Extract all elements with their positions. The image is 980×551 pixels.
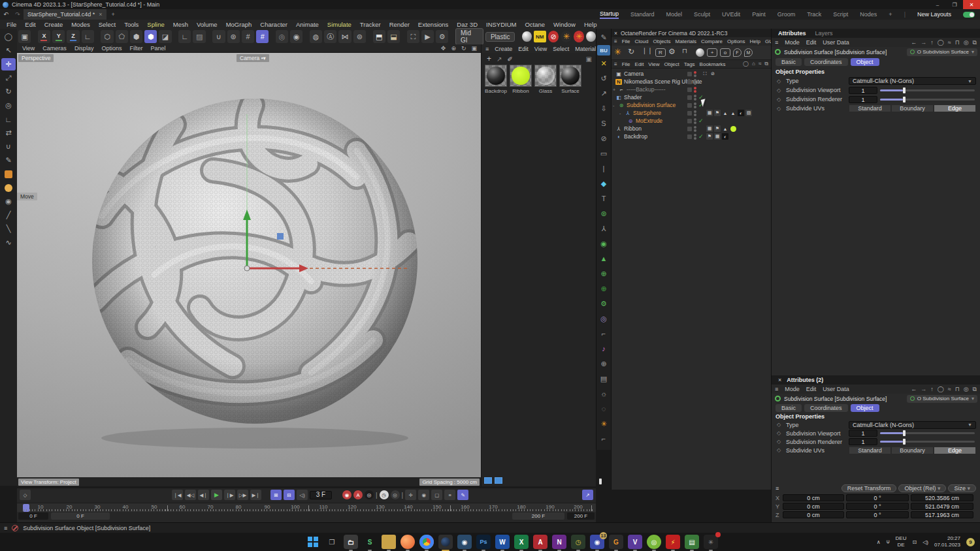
- y-position-field[interactable]: 0 cm: [783, 503, 844, 510]
- symmetry-icon[interactable]: ⋈: [338, 30, 351, 43]
- menu-file[interactable]: File: [7, 21, 16, 28]
- attr-lock-icon[interactable]: ⊓: [955, 386, 960, 393]
- expand-minus-icon[interactable]: -: [619, 111, 625, 116]
- viewport-dot[interactable]: [694, 110, 696, 113]
- om-filter-icon[interactable]: ≈: [759, 61, 761, 67]
- drag-material-icon[interactable]: ↗: [497, 55, 502, 63]
- text-tool-icon[interactable]: T: [597, 191, 610, 206]
- tray-chevron-icon[interactable]: ∧: [877, 539, 881, 545]
- enabled-check-icon[interactable]: ✓: [698, 118, 704, 124]
- om-search-icon[interactable]: ◯: [743, 61, 749, 67]
- material-surface-thumb[interactable]: [559, 65, 581, 87]
- layout-tab-groom[interactable]: Groom: [777, 11, 796, 18]
- object-row-starsphere[interactable]: - ⅄ StarSphere ▦⚑▲▲◐▨: [612, 109, 771, 117]
- ring-b-icon[interactable]: ◉: [290, 30, 302, 43]
- make-editable-icon[interactable]: ⬒: [373, 30, 385, 43]
- viewport-canvas[interactable]: Perspective Camera ▪▾ Move: [17, 53, 481, 477]
- menu-mesh[interactable]: Mesh: [173, 21, 188, 28]
- zoom-tool-icon[interactable]: ◯: [1, 31, 16, 43]
- scale-tool-icon[interactable]: ⤢: [1, 72, 16, 84]
- app-s-icon[interactable]: S: [363, 535, 377, 549]
- coords-hamburger-icon[interactable]: ≡: [776, 485, 779, 492]
- material-tag-icon[interactable]: ◐: [722, 133, 728, 140]
- reset-transform-button[interactable]: Reset Transform: [841, 484, 897, 492]
- menu-window[interactable]: Window: [553, 21, 576, 28]
- vp-menu-display[interactable]: Display: [74, 45, 94, 52]
- editor-toggle[interactable]: [687, 119, 692, 123]
- minimize-button[interactable]: –: [929, 0, 946, 9]
- render-settings-icon[interactable]: ⚙: [436, 30, 448, 43]
- redo-icon[interactable]: ↷: [12, 10, 24, 19]
- anim-dot-icon[interactable]: ◇: [777, 430, 783, 436]
- mat-menu-material[interactable]: Material: [575, 46, 596, 52]
- x-position-field[interactable]: 0 cm: [783, 494, 844, 501]
- mat-menu-edit[interactable]: Edit: [518, 46, 529, 52]
- layout-tab-paint[interactable]: Paint: [752, 11, 766, 18]
- axis-y-button[interactable]: Y: [52, 30, 65, 43]
- live-selection-icon[interactable]: ↖: [1, 44, 16, 57]
- material-glass[interactable]: Glass: [534, 65, 557, 94]
- transform-tool-icon[interactable]: ⇄: [1, 127, 16, 139]
- subdivision-renderer-slider[interactable]: [880, 441, 975, 443]
- brush-tool-icon[interactable]: ╱: [1, 209, 16, 221]
- render-dot[interactable]: [694, 74, 696, 77]
- viewport-dot[interactable]: [694, 102, 696, 105]
- layout-tab-startup[interactable]: Startup: [600, 10, 619, 19]
- y-size-field[interactable]: 521.0479 cm: [911, 503, 973, 510]
- attr-menu-userdata[interactable]: User Data: [823, 386, 849, 392]
- spline-pen-icon[interactable]: ∿: [1, 236, 16, 249]
- material-tag-icon[interactable]: ◐: [738, 110, 744, 116]
- vp-menu-cameras[interactable]: Cameras: [42, 45, 67, 52]
- snap-magnet-icon[interactable]: ∪: [212, 30, 225, 43]
- subdivision-viewport-slider[interactable]: [880, 432, 975, 434]
- object-row-moextrude[interactable]: ⊜ MoExtrude ✓: [612, 117, 771, 125]
- octane-menu-help[interactable]: Help: [750, 39, 760, 44]
- viewport-dot[interactable]: [694, 71, 696, 74]
- goto-start-button[interactable]: ❘◀: [172, 490, 183, 500]
- subtab-basic[interactable]: Basic: [776, 58, 802, 66]
- close-button[interactable]: ✕: [963, 0, 980, 9]
- app-clock-icon[interactable]: ◷: [571, 535, 585, 549]
- octane-pause-icon[interactable]: ❘❘: [642, 47, 653, 58]
- octane-menu-objects[interactable]: Objects: [653, 39, 670, 44]
- object-selector[interactable]: O Subdivision Surface▾: [907, 395, 977, 403]
- vp-menu-options[interactable]: Options: [101, 45, 122, 52]
- sound-toggle-icon[interactable]: ◁): [297, 490, 308, 500]
- attr-forward-icon[interactable]: →: [921, 39, 926, 46]
- attr-lock-icon[interactable]: ⊓: [955, 39, 960, 46]
- prev-key-button[interactable]: ◀◁: [185, 490, 196, 500]
- notes-icon[interactable]: ▤: [685, 535, 699, 549]
- selection-tag-icon[interactable]: ▲: [722, 110, 728, 116]
- preview-start-field[interactable]: 0 F: [51, 512, 110, 520]
- material-ball2-icon[interactable]: [586, 31, 596, 42]
- swatch-amber-icon[interactable]: [1, 181, 16, 194]
- om-menu-file[interactable]: File: [622, 61, 630, 67]
- octane-menu-options[interactable]: Options: [727, 39, 745, 44]
- record-active-objects-icon[interactable]: A: [353, 490, 363, 499]
- attr-filter-icon[interactable]: ≈: [948, 39, 951, 46]
- uv-option-edge[interactable]: Edge: [934, 447, 976, 454]
- menu-select[interactable]: Select: [99, 21, 116, 28]
- corner-icon[interactable]: ⌐: [597, 432, 610, 446]
- key-rotation-icon[interactable]: ◉: [418, 490, 429, 500]
- teams-icon[interactable]: ◉13: [590, 535, 604, 549]
- key-parameter-icon[interactable]: ≡: [444, 490, 455, 500]
- z-position-field[interactable]: 0 cm: [783, 511, 844, 518]
- material-filter-icon[interactable]: ▣: [586, 55, 592, 63]
- render-dot[interactable]: [694, 129, 696, 132]
- next-frame-button[interactable]: ❘▶: [224, 490, 235, 500]
- model-mode-icon[interactable]: ⬢: [144, 30, 157, 43]
- points-mode-icon[interactable]: ⬡: [101, 30, 113, 43]
- octane-region-icon[interactable]: R: [655, 48, 666, 57]
- clock[interactable]: 20:2707.01.2023: [934, 535, 960, 548]
- modifier-settings-icon[interactable]: ⊜: [353, 30, 366, 43]
- vp-zoom-icon[interactable]: ⊕: [451, 45, 456, 52]
- octane-menu-compare[interactable]: Compare: [701, 39, 723, 44]
- layout-tab-standard[interactable]: Standard: [630, 11, 655, 18]
- swatch-orange-icon[interactable]: [1, 168, 16, 180]
- spline-pen-icon[interactable]: ✎: [597, 30, 610, 44]
- new-tab-button[interactable]: +: [112, 11, 115, 18]
- menu-extensions[interactable]: Extensions: [418, 21, 448, 28]
- goto-end-button[interactable]: ▶❘: [250, 490, 261, 500]
- octane-hamburger-icon[interactable]: ≡: [614, 39, 617, 44]
